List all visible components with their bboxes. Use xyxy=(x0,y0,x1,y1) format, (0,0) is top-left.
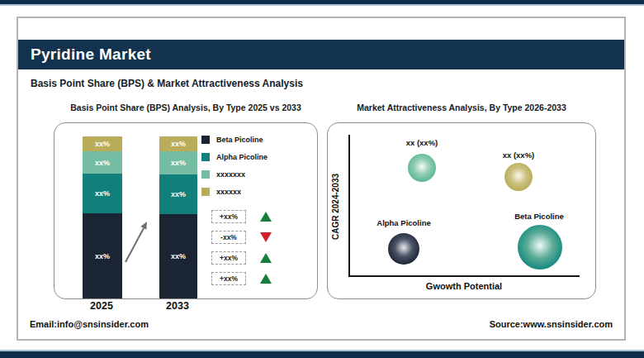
page-title: Pyridine Market xyxy=(18,45,151,64)
segment-value: xx% xyxy=(171,190,186,198)
bps-chart-title: Basis Point Share (BPS) Analysis, By Typ… xyxy=(54,103,318,112)
change-value-box: -xx% xyxy=(211,231,246,244)
down-triangle-icon xyxy=(260,232,272,242)
change-value-box: +xx% xyxy=(211,251,246,265)
content-frame: Pyridine Market Basis Point Share (BPS) … xyxy=(17,17,626,341)
stacked-bar-2025: xx% xx% xx% xx% xyxy=(83,136,122,298)
legend-label: Alpha Picoline xyxy=(216,153,268,161)
bubble-label: xx (xx%) xyxy=(389,138,455,147)
attractiveness-chart-panel: CAGR 2024-2033 Gwowth Potential xx (xx%)… xyxy=(327,122,596,299)
legend-label: xxxxxxx xyxy=(216,170,245,179)
legend-swatch-seafoam xyxy=(201,170,210,179)
segment-value: xx% xyxy=(171,140,186,148)
up-triangle-icon xyxy=(260,274,272,284)
bar-segment-seafoam: xx% xyxy=(83,151,122,174)
bar-segment-khaki: xx% xyxy=(159,136,197,151)
category-label-2033: 2033 xyxy=(159,300,197,312)
x-axis-line xyxy=(348,275,580,277)
infographic-canvas: Pyridine Market Basis Point Share (BPS) … xyxy=(0,0,644,358)
change-indicator-row: -xx% xyxy=(211,230,272,244)
bubble-label: Beta Picoline xyxy=(498,212,580,221)
segment-value: xx% xyxy=(171,159,186,167)
legend-swatch-alpha-picoline xyxy=(201,153,210,161)
title-banner: Pyridine Market xyxy=(18,40,624,69)
attractiveness-chart-title: Market Attractiveness Analysis, By Type … xyxy=(327,103,596,112)
bubble-beta-picoline xyxy=(518,225,562,270)
bar-segment-navy: xx% xyxy=(83,213,122,298)
page-subtitle: Basis Point Share (BPS) & Market Attract… xyxy=(31,78,303,89)
y-axis-label: CAGR 2024-2033 xyxy=(329,141,341,272)
stacked-bar-2033: xx% xx% xx% xx% xyxy=(159,136,197,298)
legend-item: xxxxxx xyxy=(201,188,268,196)
bps-legend: Beta Picoline Alpha Picoline xxxxxxx xxx… xyxy=(201,136,268,196)
footer: Email:info@snsinsider.com Source:www.sns… xyxy=(30,319,613,329)
segment-value: xx% xyxy=(95,140,110,148)
legend-item: Beta Picoline xyxy=(201,136,268,144)
trend-arrow-icon xyxy=(121,214,158,268)
legend-label: xxxxxx xyxy=(216,188,241,196)
bubble-label: xx (xx%) xyxy=(485,150,552,160)
change-indicators: +xx% -xx% +xx% +xx% xyxy=(211,209,272,285)
bubble-khaki xyxy=(504,163,533,191)
change-indicator-row: +xx% xyxy=(211,271,272,285)
bubble-label: Alpha Picoline xyxy=(362,218,445,227)
change-indicator-row: +xx% xyxy=(211,209,272,223)
legend-swatch-khaki xyxy=(201,188,210,196)
segment-value: xx% xyxy=(95,189,110,198)
bar-segment-khaki: xx% xyxy=(83,136,122,151)
bps-chart-panel: xx% xx% xx% xx% xx% xyxy=(54,122,318,299)
category-label-2025: 2025 xyxy=(82,300,121,312)
x-axis-label: Gwowth Potential xyxy=(348,281,580,291)
legend-swatch-beta-picoline xyxy=(201,136,210,144)
contact-email: Email:info@snsinsider.com xyxy=(30,319,149,329)
change-value-box: +xx% xyxy=(211,272,246,285)
segment-value: xx% xyxy=(95,252,110,260)
segment-value: xx% xyxy=(171,252,186,260)
up-triangle-icon xyxy=(260,253,272,263)
y-axis-line xyxy=(348,135,350,277)
change-value-box: +xx% xyxy=(211,210,246,223)
top-accent-line xyxy=(0,4,644,6)
source-text: Source:www.snsinsider.com xyxy=(490,319,613,329)
legend-item: Alpha Picoline xyxy=(201,153,268,161)
bar-segment-teal: xx% xyxy=(159,174,197,214)
bar-segment-seafoam: xx% xyxy=(159,151,197,174)
bubble-seafoam xyxy=(408,154,436,182)
bubble-alpha-picoline xyxy=(388,233,419,265)
legend-item: xxxxxxx xyxy=(201,170,268,179)
segment-value: xx% xyxy=(95,159,110,167)
legend-label: Beta Picoline xyxy=(216,136,263,144)
change-indicator-row: +xx% xyxy=(211,251,272,265)
bar-segment-teal: xx% xyxy=(83,174,122,213)
bar-segment-navy: xx% xyxy=(159,214,197,298)
bottom-border-bar xyxy=(0,351,644,358)
up-triangle-icon xyxy=(260,212,272,222)
